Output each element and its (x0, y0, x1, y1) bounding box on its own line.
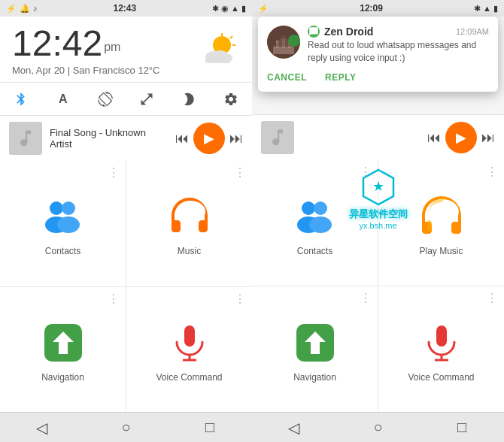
qs-rotation-left[interactable] (95, 89, 116, 110)
app-menu-dots-play-music[interactable]: ⋮ (486, 165, 498, 179)
prev-btn-left[interactable]: ⏮ (175, 131, 189, 147)
nav-home-right[interactable]: ○ (361, 414, 394, 441)
app-item-voice-left[interactable]: ⋮ Voice Command (126, 287, 252, 413)
svg-point-25 (314, 201, 327, 215)
app-item-navigation-left[interactable]: ⋮ Navigation (0, 287, 126, 413)
next-btn-left[interactable]: ⏭ (229, 131, 243, 147)
play-btn-right[interactable]: ▶ (445, 122, 477, 153)
play-btn-left[interactable]: ▶ (193, 123, 225, 154)
bottom-nav-right: ◁ ○ □ (252, 412, 504, 442)
app-menu-dots-music[interactable]: ⋮ (234, 165, 246, 180)
qs-moon-left[interactable] (178, 89, 199, 110)
app-menu-dots[interactable]: ⋮ (108, 165, 120, 180)
next-btn-right[interactable]: ⏭ (481, 130, 495, 146)
music-title-left: Final Song - Unknown Artist (50, 127, 168, 150)
svg-point-22 (288, 35, 300, 47)
navigation-icon-left (40, 319, 87, 366)
app-label-contacts-right: Contacts (297, 246, 332, 256)
wifi-icon: ▲ (231, 4, 239, 13)
qs-settings-left[interactable] (220, 89, 241, 110)
app-label-contacts-left: Contacts (45, 246, 80, 256)
notification-content: Zen Droid 12:09AM Read out to loud whats… (308, 26, 489, 65)
notif-reply-button[interactable]: REPLY (325, 72, 356, 83)
notification-actions: CANCEL REPLY (267, 72, 489, 83)
app-menu-dots-contacts-right[interactable]: ⋮ (360, 165, 372, 179)
prev-btn-right[interactable]: ⏮ (427, 130, 441, 146)
qs-bluetooth-left[interactable] (11, 89, 32, 110)
music-thumb-left (9, 122, 42, 155)
nav-back-left[interactable]: ◁ (26, 414, 59, 441)
app-item-navigation-right[interactable]: ⋮ Navigation (252, 286, 378, 412)
music-controls-left: ⏮ ▶ ⏭ (175, 123, 243, 154)
notification-app-name: Zen Droid (324, 26, 373, 38)
status-time-left: 12:43 (113, 3, 136, 14)
svg-line-2 (230, 36, 232, 38)
app-item-voice-right[interactable]: ⋮ Voice Command (378, 286, 504, 412)
notification-time: 12:09AM (456, 27, 489, 36)
app-menu-dots-nav-right[interactable]: ⋮ (360, 291, 372, 305)
notification-overlay: Zen Droid 12:09AM Read out to loud whats… (258, 17, 498, 92)
qs-a-left[interactable]: A (53, 89, 74, 110)
nav-home-left[interactable]: ○ (109, 414, 142, 441)
notif-cancel-button[interactable]: CANCEL (267, 72, 307, 83)
app-item-music-left[interactable]: ⋮ Music (126, 161, 252, 286)
app-label-play-music-right: Play Music (419, 246, 463, 256)
status-left-icons-right: ⚡ (258, 4, 269, 14)
clock-ampm-left: pm (104, 41, 120, 53)
vol-icon: ◉ (221, 4, 229, 14)
qs-expand-left[interactable] (136, 89, 157, 110)
navigation-icon-right (292, 319, 339, 366)
status-bar-left: ⚡ 🔔 ♪ 12:43 ✱ ◉ ▲ ▮ (0, 0, 252, 17)
contacts-icon-left (40, 193, 87, 240)
app-label-music-left: Music (178, 246, 201, 256)
app-grid-left: ⋮ Contacts ⋮ Music (0, 161, 252, 412)
music-player-right: ⏮ ▶ ⏭ (252, 114, 504, 160)
app-menu-dots-voice-right[interactable]: ⋮ (486, 291, 498, 305)
qs-a-label: A (59, 92, 68, 106)
music-icon-left (166, 193, 213, 240)
battery-icon: ▮ (241, 4, 246, 14)
bottom-nav-left: ◁ ○ □ (0, 412, 252, 442)
phone-left: ⚡ 🔔 ♪ 12:43 ✱ ◉ ▲ ▮ 12:42pm Mon, Apr 20 … (0, 0, 252, 442)
svg-rect-7 (205, 57, 231, 63)
notification-message: Read out to loud whatsapp messages and r… (308, 39, 489, 65)
music-thumb-right (261, 121, 294, 154)
svg-point-26 (309, 216, 332, 233)
notification-header: Zen Droid 12:09AM Read out to loud whats… (267, 26, 489, 65)
nav-recent-left[interactable]: □ (193, 414, 226, 441)
status-bar-right: ⚡ 12:09 ✱ ▲ ▮ (252, 0, 504, 17)
bt-icon-r: ✱ (474, 4, 481, 14)
status-right-icons-left: ✱ ◉ ▲ ▮ (212, 4, 246, 14)
svg-point-10 (62, 201, 75, 215)
status-right-icons-right: ✱ ▲ ▮ (474, 4, 498, 14)
nav-back-right[interactable]: ◁ (278, 414, 311, 441)
music-notif-icon: ♪ (33, 4, 38, 13)
app-menu-dots-nav-left[interactable]: ⋮ (108, 292, 120, 306)
bluetooth-icon: ⚡ (6, 4, 17, 14)
clock-time-left: 12:42 (12, 23, 102, 63)
clock-display: 12:42pm (12, 26, 159, 62)
play-music-icon-right (418, 193, 465, 240)
app-label-voice-left: Voice Command (156, 372, 222, 383)
nav-recent-right[interactable]: □ (445, 414, 478, 441)
music-player-right-spacer: ⏮ ▶ ⏭ (252, 114, 504, 160)
svg-point-8 (50, 201, 63, 215)
wifi-icon-r: ▲ (483, 4, 491, 13)
clock-date-left: Mon, Apr 20 | San Francisco 12°C (12, 65, 159, 76)
app-item-contacts-right[interactable]: ⋮ Contacts (252, 160, 378, 286)
phone-right: ⚡ 12:09 ✱ ▲ ▮ (252, 0, 504, 442)
app-item-play-music-right[interactable]: ⋮ Play Music (378, 160, 504, 286)
voice-icon-right (418, 319, 465, 366)
app-item-contacts-left[interactable]: ⋮ Contacts (0, 161, 126, 286)
weather-icon-left (198, 30, 240, 72)
app-menu-dots-voice-left[interactable]: ⋮ (234, 292, 246, 306)
app-grid-right: ⋮ Contacts ⋮ Play Music (252, 160, 504, 412)
notification-app-icon (308, 26, 320, 38)
svg-point-23 (302, 201, 315, 215)
svg-rect-28 (436, 325, 447, 347)
status-left-icons: ⚡ 🔔 ♪ (6, 4, 38, 14)
bt-icon: ✱ (212, 4, 219, 14)
notification-avatar (267, 26, 300, 59)
charging-icon: ⚡ (258, 4, 269, 14)
status-time-right: 12:09 (360, 3, 383, 14)
